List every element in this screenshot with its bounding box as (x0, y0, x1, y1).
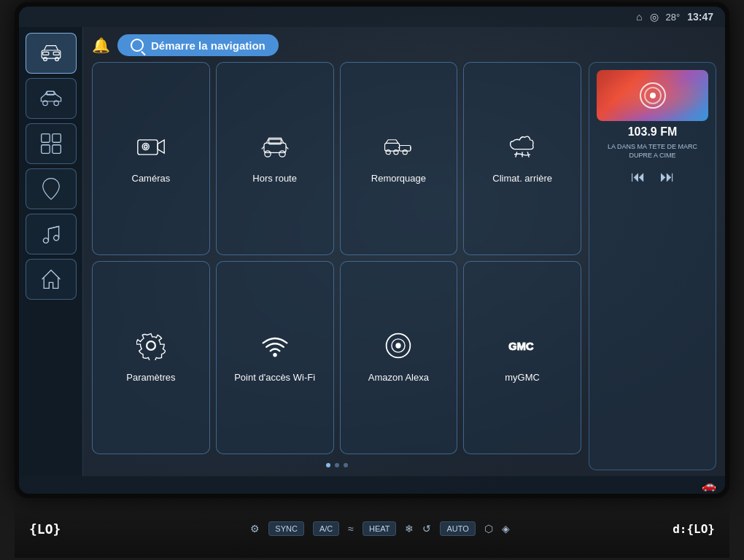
settings-icon (136, 331, 166, 366)
car-icon: 🚗 (702, 478, 716, 492)
remorquage-label: Remorquage (371, 173, 426, 185)
radio-frequency: 103.9 FM (628, 125, 678, 139)
svg-rect-10 (41, 145, 50, 154)
svg-point-33 (273, 353, 276, 357)
app-grid: Caméras (92, 62, 581, 470)
svg-rect-3 (42, 52, 48, 55)
svg-text:GMC: GMC (508, 341, 534, 352)
fan-icon: ❄ (405, 523, 414, 534)
pagination-dot-3[interactable] (344, 463, 348, 467)
temp-left-display: {LO} (29, 521, 88, 537)
media-next-button[interactable]: ⏭ (660, 168, 675, 185)
sidebar-item-car-side[interactable] (26, 78, 77, 119)
svg-point-2 (55, 58, 58, 61)
alexa-label: Amazon Alexa (368, 372, 429, 384)
home-icon (39, 268, 63, 291)
sidebar (19, 27, 83, 476)
location-icon (39, 177, 63, 201)
heat-button[interactable]: HEAT (363, 521, 397, 536)
rear-icon: ⬡ (484, 523, 493, 534)
gmc-icon: GMC (508, 331, 537, 366)
media-controls: ⏮ ⏭ (631, 164, 675, 190)
towing-icon (384, 132, 413, 167)
sidebar-item-car-front[interactable] (26, 33, 77, 74)
tile-mygmc[interactable]: GMC myGMC (463, 261, 581, 454)
grid-icon (39, 132, 63, 155)
svg-point-31 (147, 341, 156, 351)
mygmc-label: myGMC (505, 372, 540, 384)
temp-right-display: d:{LO} (673, 522, 715, 536)
tile-cameras[interactable]: Caméras (92, 62, 210, 255)
offroad-icon (260, 132, 290, 167)
tile-hors-route[interactable]: Hors route (216, 62, 334, 255)
location-icon: ◎ (650, 11, 659, 23)
ac-button[interactable]: A/C (313, 521, 339, 536)
hors-route-label: Hors route (252, 173, 297, 185)
pagination-dot-1[interactable] (326, 463, 330, 467)
tile-parametres[interactable]: Paramètres (92, 261, 210, 454)
tile-alexa[interactable]: Amazon Alexa (340, 261, 458, 454)
recirculate-icon: ↺ (422, 523, 431, 534)
main-content: 🔔 Démarre la navigation (19, 27, 725, 476)
notification-bell-icon[interactable]: 🔔 (92, 36, 110, 54)
svg-point-19 (264, 151, 270, 157)
sidebar-item-music[interactable] (26, 214, 77, 254)
svg-point-17 (144, 145, 147, 149)
svg-point-20 (279, 151, 284, 157)
sidebar-item-home[interactable] (26, 259, 77, 300)
infotainment-screen: ⌂ ◎ 28° 13:47 (19, 7, 725, 494)
svg-marker-15 (158, 140, 164, 153)
navigation-search-button[interactable]: Démarre la navigation (117, 34, 279, 56)
car-front-icon (39, 42, 63, 65)
alexa-icon (384, 331, 413, 366)
radio-song-info: LA DANS MA TETE DE MARC DUPRE A CIME (597, 143, 708, 160)
nav-search-icon (131, 39, 144, 52)
grid-row-1: Caméras (92, 62, 581, 255)
svg-point-24 (394, 150, 398, 155)
climate-icon (508, 132, 537, 167)
radio-card: 103.9 FM LA DANS MA TETE DE MARC DUPRE A… (589, 62, 716, 470)
content-area: 🔔 Démarre la navigation (83, 27, 725, 476)
svg-point-23 (386, 150, 390, 155)
physical-controls: {LO} ⚙ SYNC A/C ≈ HEAT ❄ ↺ AUTO ⬡ ◈ d:{L… (15, 499, 729, 558)
right-controls: d:{LO} (673, 522, 715, 536)
svg-point-32 (147, 342, 155, 350)
wifi-label: Point d'accès Wi-Fi (234, 372, 315, 384)
screen-frame: ⌂ ◎ 28° 13:47 (15, 2, 729, 498)
svg-rect-11 (52, 145, 61, 154)
svg-rect-4 (53, 52, 59, 55)
heat-icon: ≈ (348, 523, 354, 534)
sync-button[interactable]: SYNC (268, 521, 304, 536)
svg-point-12 (48, 184, 54, 190)
tile-wifi[interactable]: Point d'accès Wi-Fi (216, 261, 334, 454)
svg-line-13 (48, 226, 58, 229)
pagination-dots (92, 460, 581, 470)
svg-point-26 (403, 150, 408, 155)
radio-visual (597, 70, 708, 121)
grid-row-2: Paramètres (92, 261, 581, 454)
parametres-label: Paramètres (126, 372, 175, 384)
nav-search-label: Démarre la navigation (151, 39, 266, 52)
wifi-icon (260, 331, 290, 366)
tile-climat-arriere[interactable]: Climat. arrière (463, 62, 581, 255)
sidebar-item-grid[interactable] (26, 123, 77, 164)
svg-rect-9 (52, 134, 61, 143)
tile-remorquage[interactable]: Remorquage (340, 62, 458, 255)
clock-display: 13:47 (687, 11, 713, 23)
svg-point-36 (396, 343, 401, 348)
sidebar-item-location[interactable] (26, 168, 77, 209)
hvac-controls: ⚙ SYNC A/C ≈ HEAT ❄ ↺ AUTO ⬡ ◈ (88, 521, 673, 536)
svg-rect-8 (41, 134, 50, 143)
car-side-icon (39, 87, 63, 110)
svg-rect-21 (268, 139, 281, 144)
svg-point-1 (43, 58, 47, 61)
grid-media-container: Caméras (92, 62, 716, 470)
radio-target-center (650, 93, 656, 98)
climat-arriere-label: Climat. arrière (492, 173, 552, 185)
pagination-dot-2[interactable] (335, 463, 339, 467)
status-bar: ⌂ ◎ 28° 13:47 (19, 7, 725, 27)
media-prev-button[interactable]: ⏮ (631, 168, 646, 185)
auto-button[interactable]: AUTO (440, 521, 475, 536)
media-panel: 103.9 FM LA DANS MA TETE DE MARC DUPRE A… (589, 62, 716, 470)
max-icon: ◈ (502, 523, 510, 534)
